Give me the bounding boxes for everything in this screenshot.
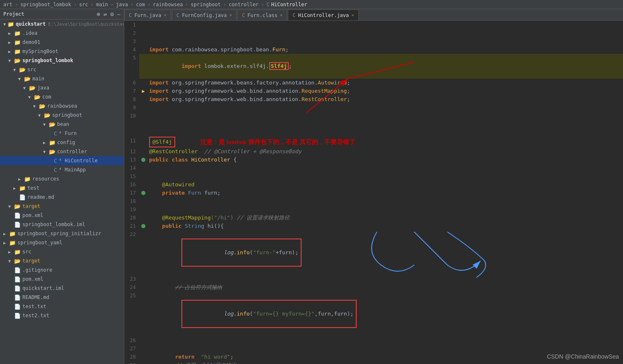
folder-open-icon: 📂: [49, 149, 56, 155]
code-line-12: 12 @RestController // @Controller + @Res…: [124, 147, 623, 156]
tab-label: Furn.java: [134, 12, 161, 18]
tab-close-icon[interactable]: ×: [351, 12, 354, 18]
breadcrumb-src[interactable]: src: [79, 2, 88, 7]
xml-icon2: 📄: [14, 276, 21, 282]
sidebar-item-pom2[interactable]: ▶ 📄 pom.xml: [0, 275, 124, 284]
sidebar-item-demo01[interactable]: ▶ 📁 demo01: [0, 38, 124, 47]
tab-java-icon: C: [176, 12, 179, 18]
tab-hicontroller-java[interactable]: C HiController.java ×: [288, 10, 359, 20]
expand-arrow: ▼: [8, 58, 12, 63]
code-line-13: 13 public class HiController {: [124, 156, 623, 164]
sidebar-item-mainapp[interactable]: ▶ C ⁴ MainApp: [0, 165, 124, 174]
sidebar-item-test[interactable]: ▶ 📁 test: [0, 183, 124, 193]
code-line-18: 18: [124, 197, 623, 205]
breadcrumb-springboot[interactable]: springboot: [191, 2, 221, 7]
sidebar-item-target2[interactable]: ▼ 📂 target: [0, 256, 124, 265]
editor-area: C Furn.java × C FurnConfig.java × C Furn…: [124, 9, 623, 364]
sidebar-sync-icon[interactable]: ⇌: [104, 11, 107, 17]
md-icon2: 📄: [14, 294, 21, 301]
sidebar-close-icon[interactable]: —: [117, 11, 121, 17]
xml-icon: 📄: [14, 212, 21, 219]
folder-icon: 📁: [49, 140, 56, 146]
tab-class-icon: C: [242, 12, 245, 18]
tree-label: test.txt: [22, 304, 46, 309]
md-icon: 📄: [19, 194, 26, 200]
tab-furn-java[interactable]: C Furn.java ×: [124, 10, 171, 20]
sidebar-item-furn[interactable]: ▶ C ⁴ Furn: [0, 129, 124, 138]
sidebar-item-springboot-lombok[interactable]: ▼ 📂 springboot_lombok: [0, 56, 124, 65]
tree-label: README.md: [22, 294, 49, 300]
folder-icon: 📁: [9, 231, 16, 237]
sidebar-item-controller[interactable]: ▼ 📂 controller: [0, 147, 124, 156]
tree-label: springboot_yaml: [17, 240, 62, 246]
tree-label: target: [22, 203, 40, 209]
sidebar-item-quickstart[interactable]: ▼ 📁 quickstart E:\Java\SpringBoot\quicks…: [0, 19, 124, 29]
java-file-icon: C: [54, 130, 57, 137]
expand-arrow: ▶: [8, 31, 12, 36]
breadcrumb-springboot-lombok[interactable]: springboot_lombok: [20, 2, 71, 7]
expand-arrow: ▼: [28, 95, 32, 99]
tab-label: Furn.class: [247, 12, 277, 18]
sidebar-item-config[interactable]: ▶ 📁 config: [0, 138, 124, 147]
note-text: 注意：是 lombok 插件包下的，不是 其它的，不要导错了: [200, 138, 355, 146]
tab-close-icon[interactable]: ×: [229, 12, 232, 18]
expand-arrow: ▼: [8, 259, 12, 263]
sidebar-item-resources[interactable]: ▶ 📁 resources: [0, 174, 124, 183]
sidebar-item-testtxt[interactable]: ▶ 📄 test.txt: [0, 302, 124, 311]
sidebar-item-springboot-yaml[interactable]: ▶ 📁 springboot_yaml: [0, 238, 124, 247]
expand-arrow: ▼: [8, 204, 12, 209]
breadcrumb-hicontroller[interactable]: HiController: [271, 2, 307, 7]
breadcrumb-java[interactable]: java: [116, 2, 128, 7]
code-line-29: 29 // 使用 slf4j日志输出: [124, 361, 623, 364]
code-line-16: 16 @Autowired: [124, 181, 623, 189]
sidebar-item-springboot-spring[interactable]: ▶ 📁 springboot_spring_initializr: [0, 229, 124, 238]
sidebar-item-main[interactable]: ▼ 📂 main: [0, 74, 124, 83]
sidebar-item-gitignore[interactable]: ▶ 📄 .gitignore: [0, 265, 124, 275]
sidebar-item-readmemd2[interactable]: ▶ 📄 README.md: [0, 293, 124, 302]
tab-furn-class[interactable]: C Furn.class ×: [237, 10, 287, 20]
code-line-17: 17 private Furn furn;: [124, 189, 623, 197]
tab-close-icon[interactable]: ×: [164, 12, 167, 18]
sidebar-item-iml[interactable]: ▶ 📄 springboot_lombok.iml: [0, 220, 124, 229]
tree-label: quickstart: [16, 21, 46, 27]
folder-open-icon: 📂: [39, 103, 46, 109]
breadcrumb-controller[interactable]: controller: [229, 2, 258, 7]
folder-open-icon: 📂: [34, 94, 41, 100]
breadcrumb-java-icon: C: [267, 2, 270, 7]
tab-close-icon[interactable]: ×: [280, 12, 283, 18]
sidebar-item-src2[interactable]: ▶ 📁 src: [0, 247, 124, 256]
breadcrumb-rainbowsea[interactable]: rainbowsea: [153, 2, 183, 7]
tab-bar: C Furn.java × C FurnConfig.java × C Furn…: [124, 9, 623, 21]
code-editor[interactable]: 1 2 3 4 import com.rainbowsea.springboo: [124, 21, 623, 364]
sidebar-item-com[interactable]: ▼ 📂 com: [0, 92, 124, 101]
tab-furnconfig-java[interactable]: C FurnConfig.java ×: [172, 10, 237, 20]
sidebar-item-hicontroller[interactable]: ▶ C ⁴ HiControlle: [0, 156, 124, 165]
sidebar-item-bean[interactable]: ▼ 📂 bean: [0, 120, 124, 129]
sidebar-item-java[interactable]: ▼ 📂 java: [0, 83, 124, 92]
sidebar-item-pomxml[interactable]: ▶ 📄 pom.xml: [0, 211, 124, 220]
expand-arrow: ▶: [43, 140, 47, 145]
sidebar-item-springboot[interactable]: ▼ 📂 springboot: [0, 111, 124, 120]
breadcrumb: art › springboot_lombok › src › main › j…: [0, 0, 623, 9]
tree-label: springboot_lombok: [22, 58, 73, 63]
sidebar-item-quickstart-iml[interactable]: ▶ 📄 quickstart.iml: [0, 284, 124, 293]
tree-label: config: [57, 140, 75, 145]
breadcrumb-com[interactable]: com: [136, 2, 145, 7]
breadcrumb-art[interactable]: art: [3, 2, 12, 7]
sidebar-item-readmemd[interactable]: ▶ 📄 readme.md: [0, 193, 124, 202]
sidebar-item-test2txt[interactable]: ▶ 📄 test2.txt: [0, 311, 124, 320]
tab-label: FurnConfig.java: [182, 12, 227, 18]
arrow-icon: ▶: [142, 87, 145, 95]
code-line-19: 19: [124, 205, 623, 214]
sidebar-gear-icon[interactable]: ⚙: [110, 11, 113, 17]
sidebar-item-target[interactable]: ▼ 📂 target: [0, 202, 124, 211]
sidebar: Project ⊕ ⇌ ⚙ — ▼ 📁 quickstart E:\Java\S…: [0, 9, 124, 364]
sidebar-item-rainbowsea[interactable]: ▼ 📂 rainbowsea: [0, 101, 124, 111]
tree-label: src: [27, 67, 36, 72]
sidebar-settings-icon[interactable]: ⊕: [97, 11, 100, 17]
breadcrumb-main[interactable]: main: [96, 2, 108, 7]
iml-icon: 📄: [14, 222, 21, 228]
sidebar-item-myspringboot[interactable]: ▶ 📁 mySpringBoot: [0, 47, 124, 56]
sidebar-item-src[interactable]: ▼ 📂 src: [0, 65, 124, 74]
sidebar-item-idea[interactable]: ▶ 📁 .idea: [0, 29, 124, 38]
